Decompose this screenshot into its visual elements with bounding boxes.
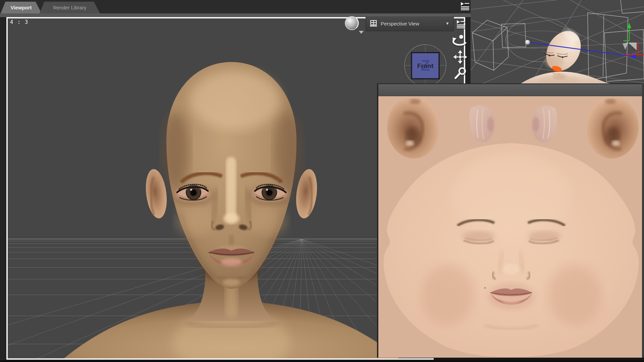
texture-face-island — [384, 143, 639, 357]
shaded-sphere-icon — [345, 16, 359, 30]
tab-render-library-label: Render Library — [53, 5, 86, 10]
camera-selector-label: Perspective View — [381, 21, 419, 26]
camera-selector-dropdown[interactable]: Perspective View ▼ — [366, 16, 454, 31]
texture-panel-titlebar[interactable] — [378, 84, 642, 96]
zoom-tool-icon[interactable] — [455, 68, 465, 78]
application-window: Viewport Render Library — [0, 0, 644, 362]
tab-viewport[interactable]: Viewport — [1, 2, 42, 13]
texture-eyelid-right — [531, 106, 557, 143]
orbit-tool-icon[interactable] — [452, 35, 466, 45]
viewport-options-menu-icon[interactable] — [457, 20, 465, 28]
tab-render-library[interactable]: Render Library — [40, 2, 100, 13]
camera-selector-arrow-icon: ▼ — [445, 21, 449, 26]
guide-endpoint-sphere — [525, 40, 530, 45]
texture-map-panel — [377, 83, 642, 358]
navigator-face-label: Front — [417, 62, 434, 69]
draw-style-dropdown-arrow-icon[interactable] — [359, 31, 364, 34]
aux-wireframe-viewport[interactable] — [471, 0, 644, 83]
viewport-tool-column — [451, 0, 471, 84]
pane-tab-bar: Viewport Render Library — [0, 0, 471, 13]
draw-style-button[interactable] — [344, 15, 368, 36]
gizmo-z-handle — [632, 55, 636, 59]
camera-window-icon — [370, 20, 377, 27]
aux-figure — [521, 25, 610, 83]
pane-options-menu-icon[interactable] — [461, 2, 469, 10]
uv-texture-image — [378, 96, 642, 358]
texture-eyelid-left — [470, 106, 495, 143]
window-bottom-edge — [0, 360, 644, 362]
aspect-ratio-label: 4 : 3 — [10, 19, 29, 25]
view-navigator-cube[interactable]: Z Front — [401, 42, 451, 86]
pan-dolly-tool-icon[interactable] — [453, 50, 467, 64]
tab-viewport-label: Viewport — [10, 5, 32, 10]
panel-edge-gap — [642, 83, 644, 358]
